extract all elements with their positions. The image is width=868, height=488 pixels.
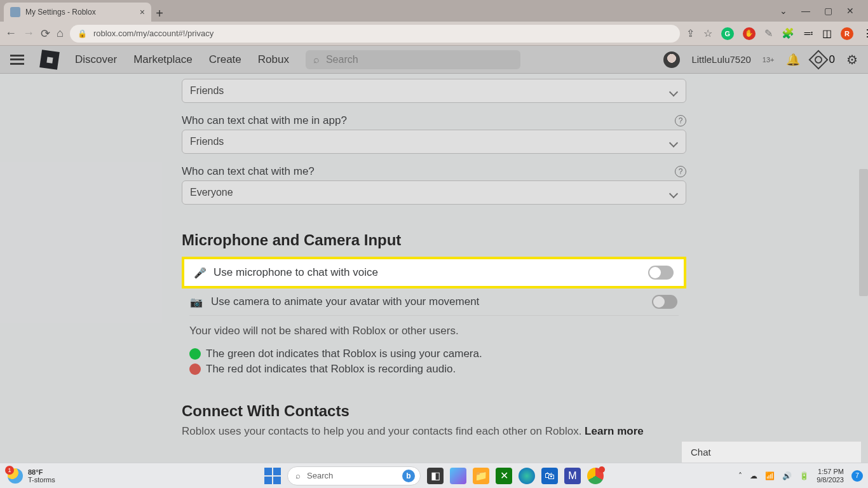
roblox-search-input[interactable]: ⌕ Search [306,50,520,69]
chevron-down-icon[interactable]: ⌄ [780,6,787,16]
tab-favicon [10,7,20,17]
connect-contacts-desc: Roblox uses your contacts to help you an… [182,425,686,438]
taskbar-clock[interactable]: 1:57 PM 9/8/2023 [817,468,844,484]
share-icon[interactable]: ⇪ [686,27,695,39]
start-button[interactable] [264,468,281,484]
reload-button[interactable]: ⟳ [41,27,50,41]
copilot-icon[interactable] [450,468,466,484]
select-value: Friends [190,136,224,147]
address-bar[interactable]: 🔒 roblox.com/my/account#!/privacy [70,25,680,43]
nav-robux[interactable]: Robux [258,53,289,66]
grammarly-extension-icon[interactable]: G [721,27,734,40]
back-button[interactable]: ← [5,27,17,40]
adblock-extension-icon[interactable]: ✋ [743,27,756,40]
chrome-icon[interactable] [587,468,604,484]
mic-label: Use microphone to chat with voice [214,266,648,279]
robux-balance[interactable]: 0 [811,53,835,67]
green-dot-icon [189,348,201,360]
url-text: roblox.com/my/account#!/privacy [93,29,214,38]
battery-icon[interactable]: 🔋 [799,471,809,480]
bing-icon: b [402,470,415,482]
red-dot-note: The red dot indicates that Roblox is rec… [206,363,456,376]
hamburger-menu-icon[interactable] [10,55,24,65]
app-icon[interactable]: M [564,468,581,484]
green-dot-note: The green dot indicates that Roblox is u… [206,348,482,360]
select-value: Everyone [190,187,233,198]
roblox-logo[interactable] [39,50,60,70]
task-view-icon[interactable]: ◧ [427,468,444,484]
extensions-puzzle-icon[interactable]: 🧩 [782,27,794,39]
robux-icon [808,50,828,69]
onedrive-icon[interactable]: ☁ [750,471,757,480]
chat-widget[interactable]: Chat [681,441,862,463]
weather-icon [8,468,23,484]
search-icon: ⌕ [295,471,301,480]
close-window-icon[interactable]: ✕ [846,6,854,16]
maximize-icon[interactable]: ▢ [824,6,832,16]
tab-title: My Settings - Roblox [25,8,96,17]
browser-tab[interactable]: My Settings - Roblox × [4,3,151,22]
microphone-icon: 🎤 [194,267,206,278]
reading-list-icon[interactable]: ≕ [803,27,813,39]
nav-create[interactable]: Create [209,53,241,66]
tray-chevron-icon[interactable]: ˄ [738,471,742,480]
red-dot-icon [189,363,201,375]
notifications-bell-icon[interactable]: 🔔 [786,53,800,67]
extension-icon[interactable]: ✎ [764,27,773,39]
select-text-chat[interactable]: Everyone [182,180,686,205]
bookmark-icon[interactable]: ☆ [703,27,712,39]
edge-icon[interactable] [519,468,535,484]
settings-gear-icon[interactable]: ⚙ [846,52,858,67]
close-icon[interactable]: × [140,7,145,17]
section-title-mic-camera: Microphone and Camera Input [182,231,686,249]
learn-more-link[interactable]: Learn more [585,425,644,437]
volume-icon[interactable]: 🔊 [782,471,792,480]
kebab-menu-icon[interactable]: ⋮ [862,27,868,39]
window-controls: ⌄ ― ▢ ✕ [766,0,868,22]
age-badge: 13+ [763,56,775,64]
file-explorer-icon[interactable]: 📁 [473,468,489,484]
new-tab-button[interactable]: + [151,5,168,22]
select-who-can-invite[interactable]: Friends [182,79,686,103]
help-icon[interactable]: ? [675,115,686,126]
profile-avatar[interactable]: R [841,27,853,40]
forward-button[interactable]: → [23,27,34,40]
robux-count: 0 [829,53,835,66]
mic-voice-row-highlighted: 🎤 Use microphone to chat with voice [182,257,686,288]
wifi-icon[interactable]: 📶 [765,471,775,480]
weather-cond: T-storms [28,476,55,484]
video-share-note: Your video will not be shared with Roblo… [182,316,686,337]
cam-toggle[interactable] [652,295,677,309]
username-label[interactable]: LittleLulu7520 [691,54,750,65]
nav-marketplace[interactable]: Marketplace [133,53,193,66]
settings-page: Friends Who can text chat with me in app… [0,74,868,463]
cam-label: Use camera to animate your avatar with y… [211,295,643,308]
side-panel-icon[interactable]: ◫ [822,27,832,39]
store-icon[interactable]: 🛍 [541,468,558,484]
taskbar-weather[interactable]: 88°F T-storms [0,468,63,484]
weather-temp: 88°F [28,468,55,476]
select-text-chat-in-app[interactable]: Friends [182,130,686,154]
select-value: Friends [190,85,224,97]
camera-avatar-row: 📷 Use camera to animate your avatar with… [189,288,679,316]
help-icon[interactable]: ? [675,166,686,177]
mic-toggle[interactable] [648,266,674,280]
section-title-connect-contacts: Connect With Contacts [182,402,686,420]
lock-icon: 🔒 [78,29,87,38]
user-avatar[interactable] [663,51,680,68]
chat-label: Chat [691,447,711,458]
search-placeholder: Search [326,54,358,65]
browser-toolbar: ← → ⟳ ⌂ 🔒 roblox.com/my/account#!/privac… [0,22,868,46]
minimize-icon[interactable]: ― [801,6,810,16]
roblox-header: Discover Marketplace Create Robux ⌕ Sear… [0,46,868,74]
nav-discover[interactable]: Discover [75,53,117,66]
notification-badge[interactable]: 7 [851,470,863,482]
windows-taskbar: 88°F T-storms ⌕ Search b ◧ 📁 ✕ 🛍 M ˄ ☁ 📶… [0,463,868,488]
home-button[interactable]: ⌂ [57,27,64,40]
scrollbar-thumb[interactable] [859,169,868,296]
taskbar-search-placeholder: Search [307,471,333,480]
search-icon: ⌕ [313,54,320,65]
xbox-icon[interactable]: ✕ [496,468,512,484]
question-text-chat: Who can text chat with me? [182,165,315,178]
taskbar-search-input[interactable]: ⌕ Search b [287,466,421,485]
